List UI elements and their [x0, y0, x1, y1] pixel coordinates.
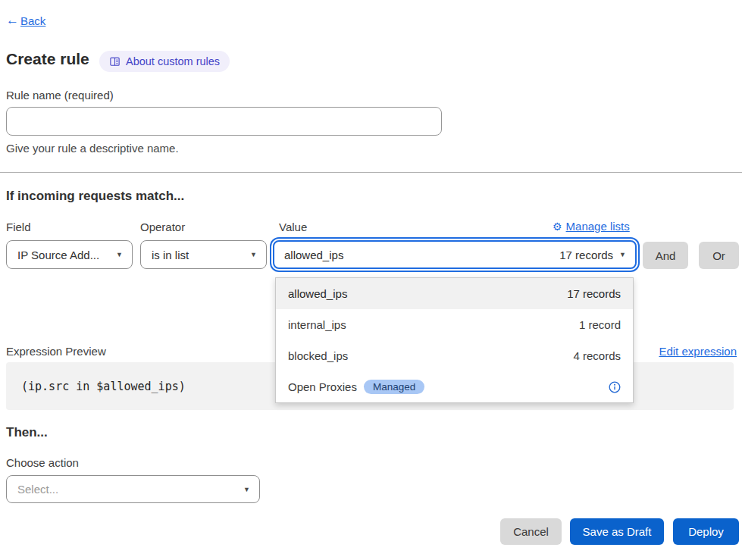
value-label: Value [279, 221, 307, 233]
field-label: Field [6, 221, 31, 233]
or-button[interactable]: Or [699, 242, 739, 269]
list-item-records: 1 record [579, 318, 621, 331]
choose-action-label: Choose action [6, 456, 79, 469]
chevron-down-icon: ▼ [243, 486, 250, 493]
section-divider [0, 172, 742, 173]
rule-name-label: Rule name (required) [6, 89, 114, 102]
chevron-down-icon: ▼ [619, 251, 626, 258]
list-item-open-proxies[interactable]: Open Proxies Managed [276, 371, 633, 402]
managed-badge: Managed [364, 380, 424, 394]
deploy-button[interactable]: Deploy [673, 518, 739, 545]
action-select[interactable]: Select... ▼ [6, 475, 260, 503]
value-select[interactable]: allowed_ips 17 records ▼ [273, 240, 637, 269]
value-select-records: 17 records [559, 249, 613, 261]
operator-select-value: is in list [152, 249, 189, 261]
list-item-records: 4 records [573, 349, 621, 362]
back-arrow-icon: ← [6, 13, 19, 28]
create-rule-page: ← Back Create rule About custom rules Ru… [0, 0, 742, 560]
expression-preview-label: Expression Preview [6, 345, 106, 358]
list-item-blocked-ips[interactable]: blocked_ips 4 records [276, 340, 633, 371]
edit-expression-link[interactable]: Edit expression [659, 345, 737, 358]
info-icon[interactable] [609, 381, 621, 393]
match-section-heading: If incoming requests match... [6, 189, 184, 204]
list-item-internal-ips[interactable]: internal_ips 1 record [276, 309, 633, 340]
chevron-down-icon: ▼ [116, 251, 123, 258]
value-dropdown-menu: allowed_ips 17 records internal_ips 1 re… [275, 277, 634, 403]
field-select-value: IP Source Add... [17, 249, 99, 261]
value-select-value: allowed_ips [284, 249, 343, 261]
list-item-records: 17 records [567, 287, 621, 300]
manage-lists-link[interactable]: ⚙ Manage lists [553, 220, 630, 233]
operator-select[interactable]: is in list ▼ [140, 240, 267, 269]
gear-icon: ⚙ [553, 221, 562, 233]
list-item-name: blocked_ips [288, 349, 348, 362]
manage-lists-label[interactable]: Manage lists [566, 220, 630, 233]
rule-name-help-text: Give your rule a descriptive name. [6, 142, 179, 155]
save-as-draft-button[interactable]: Save as Draft [570, 518, 664, 545]
about-custom-rules-label: About custom rules [126, 55, 220, 67]
book-icon [109, 56, 121, 67]
list-item-allowed-ips[interactable]: allowed_ips 17 records [276, 278, 633, 309]
list-item-name: internal_ips [288, 318, 346, 331]
rule-name-input[interactable] [6, 107, 442, 136]
back-link[interactable]: ← Back [6, 13, 45, 28]
back-link-label[interactable]: Back [20, 14, 45, 27]
list-item-name: Open Proxies [288, 380, 357, 393]
action-select-placeholder: Select... [17, 483, 58, 496]
chevron-down-icon: ▼ [250, 251, 257, 258]
expression-code: (ip.src in $allowed_ips) [21, 380, 186, 393]
cancel-button[interactable]: Cancel [500, 518, 562, 545]
then-section-heading: Then... [6, 425, 48, 440]
field-select[interactable]: IP Source Add... ▼ [6, 240, 133, 269]
about-custom-rules-link[interactable]: About custom rules [99, 51, 230, 72]
operator-label: Operator [140, 221, 185, 233]
list-item-name: allowed_ips [288, 287, 347, 300]
page-title: Create rule [6, 50, 89, 68]
and-button[interactable]: And [643, 242, 688, 269]
